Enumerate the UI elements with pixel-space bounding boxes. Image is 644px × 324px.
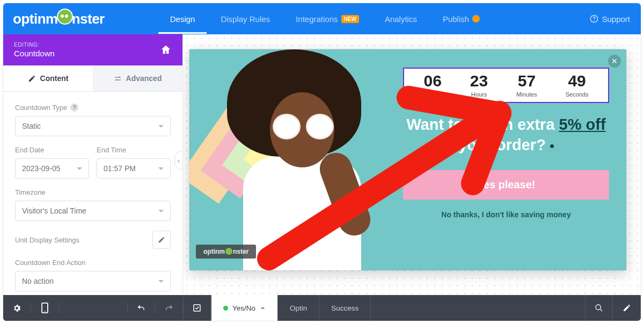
popup-preview[interactable]: optinmnster ✕ 06Days 23Hours 57Minutes 4… xyxy=(189,49,626,270)
unit-display-label: Unit Display Settings xyxy=(15,236,79,244)
countdown-type-label: Countdown Type ? xyxy=(15,104,171,112)
tab-content[interactable]: Content xyxy=(3,65,93,91)
watermark: optinmnster xyxy=(196,245,256,259)
editing-label: EDITING: xyxy=(14,42,55,48)
search-zoom-button[interactable] xyxy=(585,295,613,321)
svg-point-3 xyxy=(116,79,118,80)
unit-display-edit-button[interactable] xyxy=(152,231,171,249)
nav-publish[interactable]: Publish xyxy=(431,4,492,34)
pulse-dot-icon xyxy=(550,144,554,148)
timezone-label: Timezone xyxy=(15,188,171,196)
popup-image-area: optinmnster xyxy=(189,49,386,270)
seconds-label: Seconds xyxy=(566,91,589,98)
svg-point-5 xyxy=(45,311,46,312)
tab-advanced[interactable]: Advanced xyxy=(93,65,182,91)
badge-new: NEW xyxy=(341,15,359,23)
settings-button[interactable] xyxy=(3,304,31,313)
nav-integrations[interactable]: Integrations NEW xyxy=(284,4,371,34)
chevron-down-icon xyxy=(158,125,164,128)
chevron-down-icon xyxy=(158,167,164,170)
pencil-icon xyxy=(28,75,36,83)
nav-display-rules[interactable]: Display Rules xyxy=(209,4,282,34)
seconds-value: 49 xyxy=(566,73,589,89)
pencil-icon xyxy=(158,236,165,244)
search-icon xyxy=(595,304,603,312)
logo: optinm nster xyxy=(9,11,105,27)
sidebar-collapse-handle[interactable]: ‹ xyxy=(174,151,183,170)
end-date-select[interactable]: 2023-09-05 xyxy=(15,158,89,179)
watermark-mascot-icon xyxy=(225,248,232,255)
step-success[interactable]: Success xyxy=(319,295,371,321)
logo-text-pre: optinm xyxy=(13,11,58,27)
editing-block-name: Countdown xyxy=(14,49,55,58)
undo-button[interactable] xyxy=(127,303,155,313)
editing-header: EDITING: Countdown xyxy=(3,34,182,65)
status-dot-icon xyxy=(223,306,228,311)
mobile-icon xyxy=(41,303,48,313)
undo-icon xyxy=(136,303,146,313)
gear-icon xyxy=(12,304,21,313)
publish-status-dot-icon xyxy=(472,15,480,23)
minutes-value: 57 xyxy=(516,73,537,89)
sliders-icon xyxy=(114,75,122,83)
help-icon[interactable]: ? xyxy=(70,104,78,112)
days-label: Days xyxy=(423,91,441,98)
timezone-select[interactable]: Visitor's Local Time xyxy=(15,201,171,221)
nav-analytics[interactable]: Analytics xyxy=(373,4,429,34)
help-circle-icon xyxy=(590,14,598,23)
countdown-block[interactable]: 06Days 23Hours 57Minutes 49Seconds xyxy=(403,68,609,103)
home-icon[interactable] xyxy=(160,44,172,56)
step-yes-no[interactable]: Yes/No xyxy=(211,295,277,321)
pencil-icon xyxy=(623,304,631,312)
design-canvas[interactable]: optinmnster ✕ 06Days 23Hours 57Minutes 4… xyxy=(183,34,641,295)
top-nav: Design Display Rules Integrations NEW An… xyxy=(158,4,492,34)
popup-no-link[interactable]: No thanks, I don't like saving money xyxy=(403,210,609,219)
popup-headline[interactable]: Want to get an extra 5% off your order? xyxy=(403,115,609,155)
logo-text-post: nster xyxy=(72,11,105,27)
popup-yes-button[interactable]: Yes please! xyxy=(403,170,609,200)
minutes-label: Minutes xyxy=(516,91,537,98)
chevron-down-icon xyxy=(158,210,164,212)
end-time-select[interactable]: 01:57 PM xyxy=(97,158,171,179)
end-date-label: End Date xyxy=(15,146,89,154)
countdown-type-select[interactable]: Static xyxy=(15,116,171,136)
hours-label: Hours xyxy=(470,91,488,98)
end-action-select[interactable]: No action xyxy=(15,271,171,291)
step-optin[interactable]: Optin xyxy=(277,295,319,321)
svg-point-2 xyxy=(118,76,120,78)
hours-value: 23 xyxy=(470,73,488,89)
logo-mascot-icon xyxy=(57,9,73,25)
days-value: 06 xyxy=(423,73,441,89)
end-time-label: End Time xyxy=(97,146,171,154)
popup-close-button[interactable]: ✕ xyxy=(608,55,621,68)
chevron-down-icon xyxy=(77,167,82,170)
chevron-down-icon xyxy=(158,280,164,283)
save-button[interactable] xyxy=(183,295,211,321)
end-action-label: Countdown End Action xyxy=(15,259,171,267)
svg-point-1 xyxy=(594,20,595,21)
redo-icon xyxy=(164,303,174,313)
nav-design[interactable]: Design xyxy=(158,4,207,34)
svg-point-7 xyxy=(596,305,601,310)
svg-rect-6 xyxy=(194,305,200,311)
chevron-up-icon xyxy=(260,305,266,311)
edit-button[interactable] xyxy=(613,295,641,321)
redo-button[interactable] xyxy=(155,303,183,313)
support-link[interactable]: Support xyxy=(590,14,630,24)
save-icon xyxy=(192,303,202,313)
mobile-preview-button[interactable] xyxy=(31,303,59,313)
